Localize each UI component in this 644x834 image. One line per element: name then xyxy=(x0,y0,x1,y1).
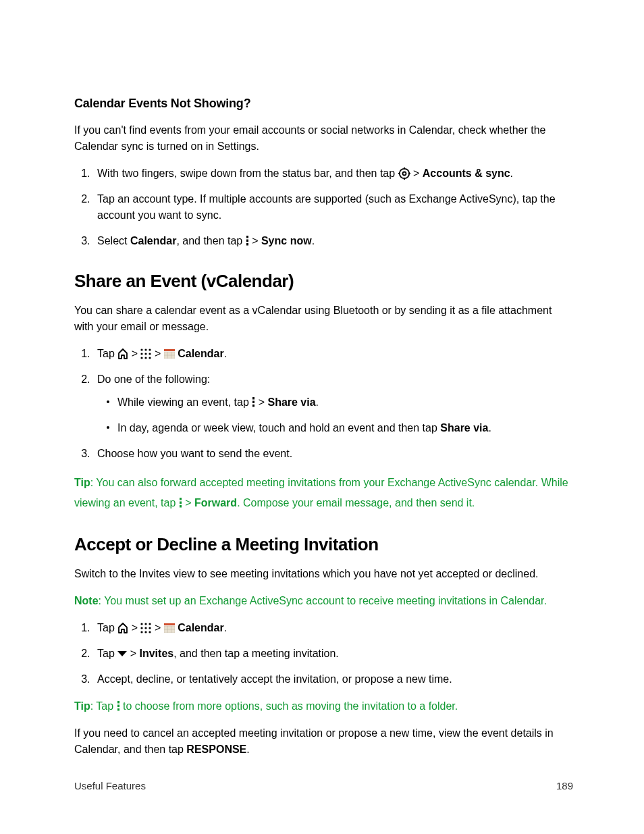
intro-paragraph: If you can't find events from your email… xyxy=(74,122,573,155)
section-calendar-events-not-showing: Calendar Events Not Showing? If you can'… xyxy=(74,95,573,249)
step-2: Do one of the following: While viewing a… xyxy=(93,371,573,436)
steps-list: Tap > > Calendar. Do one of the followin… xyxy=(74,346,573,462)
heading-share-event: Share an Event (vCalendar) xyxy=(74,268,573,294)
section-share-event: Share an Event (vCalendar) You can share… xyxy=(74,268,573,513)
intro-paragraph: Switch to the Invites view to see meetin… xyxy=(74,566,573,582)
overflow-icon xyxy=(252,397,255,407)
sub-bullets: While viewing an event, tap > Share via.… xyxy=(97,394,573,436)
heading-accept-decline: Accept or Decline a Meeting Invitation xyxy=(74,531,573,558)
home-icon xyxy=(117,348,128,359)
page-footer: Useful Features 189 xyxy=(74,779,573,794)
page-number: 189 xyxy=(556,779,573,794)
bullet-1: While viewing an event, tap > Share via. xyxy=(117,394,573,411)
section-accept-decline: Accept or Decline a Meeting Invitation S… xyxy=(74,531,573,758)
step-1: Tap > > Calendar. xyxy=(93,346,573,362)
steps-list: Tap > > Calendar. Tap > Invites, and the… xyxy=(74,620,573,687)
step-1: With two fingers, swipe down from the st… xyxy=(93,165,573,182)
heading-events-not-showing: Calendar Events Not Showing? xyxy=(74,95,573,113)
document-page: Calendar Events Not Showing? If you can'… xyxy=(0,0,644,758)
tip-paragraph: Tip: You can also forward accepted meeti… xyxy=(74,473,573,513)
bullet-2: In day, agenda or week view, touch and h… xyxy=(117,420,573,436)
outro-paragraph: If you need to cancel an accepted meetin… xyxy=(74,725,573,758)
steps-list: With two fingers, swipe down from the st… xyxy=(74,165,573,249)
overflow-icon xyxy=(179,498,182,508)
intro-paragraph: You can share a calendar event as a vCal… xyxy=(74,303,573,335)
step-3: Select Calendar, and then tap > Sync now… xyxy=(93,233,573,249)
home-icon xyxy=(117,623,128,633)
calendar-icon xyxy=(164,349,175,359)
step-2: Tap an account type. If multiple account… xyxy=(93,191,573,224)
dropdown-icon xyxy=(117,651,127,656)
footer-section-title: Useful Features xyxy=(74,779,146,794)
tip-paragraph: Tip: Tap to choose from more options, su… xyxy=(74,698,573,714)
step-3: Accept, decline, or tentatively accept t… xyxy=(93,671,573,687)
apps-icon xyxy=(140,623,151,633)
step-3: Choose how you want to send the event. xyxy=(93,446,573,462)
step-2: Tap > Invites, and then tap a meeting in… xyxy=(93,646,573,662)
step-1: Tap > > Calendar. xyxy=(93,620,573,636)
note-paragraph: Note: You must set up an Exchange Active… xyxy=(74,593,573,609)
overflow-icon xyxy=(246,236,249,246)
calendar-icon xyxy=(164,623,175,633)
gear-icon xyxy=(398,167,410,180)
overflow-icon xyxy=(117,701,120,711)
apps-icon xyxy=(140,348,151,359)
